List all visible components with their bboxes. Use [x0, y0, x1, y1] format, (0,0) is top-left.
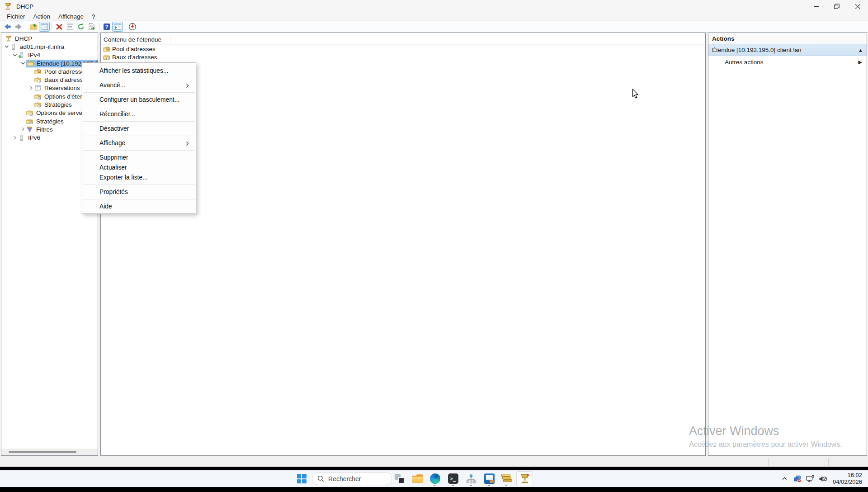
forward-button[interactable]: [13, 22, 24, 32]
menu-separator: [83, 107, 195, 107]
chevron-right-icon[interactable]: [20, 127, 26, 132]
toolbar-separator: [52, 23, 52, 30]
show-console-tree-button[interactable]: [39, 22, 50, 32]
export-list-button[interactable]: [86, 22, 97, 32]
menu-affichage[interactable]: Affichage: [54, 13, 88, 21]
help-button[interactable]: [101, 22, 112, 32]
menu-help[interactable]: ?: [88, 13, 99, 21]
file-explorer-icon: [412, 474, 423, 483]
clock-date: 04/02/2026: [833, 479, 862, 486]
ctx-show-statistics[interactable]: Afficher les statistiques...: [82, 66, 196, 76]
horizontal-scrollbar[interactable]: [1, 449, 98, 455]
ctx-view[interactable]: Affichage: [82, 138, 196, 148]
folder-icon: [27, 60, 33, 67]
actions-item-other-actions[interactable]: Autres actions ▶: [708, 56, 867, 68]
running-indicator: [505, 485, 507, 487]
desktop: DHCP Fichier Action Affichage ?: [0, 0, 868, 492]
chevron-down-icon[interactable]: [4, 44, 9, 50]
filter-icon: [26, 126, 33, 133]
clock-time: 16:02: [833, 472, 862, 479]
folder-lease-icon: [34, 76, 41, 83]
ad-tool-icon: [466, 474, 476, 484]
chevron-down-icon[interactable]: [12, 52, 18, 58]
ctx-properties[interactable]: Propriétés: [82, 187, 196, 197]
running-indicator: [434, 485, 435, 487]
chevron-right-icon[interactable]: [12, 135, 18, 141]
server-icon: [18, 134, 25, 141]
window-title: DHCP: [16, 3, 33, 10]
delete-button[interactable]: [54, 22, 65, 32]
chevron-down-icon[interactable]: [20, 61, 26, 66]
back-button[interactable]: [2, 22, 13, 32]
tree-item-ipv4[interactable]: IPv4: [1, 51, 98, 59]
scrollbar-thumb[interactable]: [9, 451, 76, 453]
ctx-configure-failover[interactable]: Configurer un basculement...: [82, 95, 196, 105]
properties-button[interactable]: [65, 22, 75, 32]
search-input[interactable]: [328, 475, 382, 483]
server-check-icon: [18, 52, 25, 58]
context-menu: Afficher les statistiques... Avancé... C…: [82, 62, 196, 214]
task-view-button[interactable]: [394, 470, 406, 487]
ctx-refresh[interactable]: Actualiser: [82, 163, 196, 173]
menu-separator: [83, 78, 195, 78]
windows-logo-icon: [297, 474, 307, 483]
tree-item-dhcp-root[interactable]: DHCP: [1, 34, 98, 43]
running-indicator: [488, 485, 490, 487]
menu-separator: [83, 199, 195, 199]
dhcp-mmc-window: DHCP Fichier Action Affichage ?: [0, 0, 868, 467]
ctx-help[interactable]: Aide: [82, 202, 196, 212]
actions-pane-title: Actions: [708, 33, 867, 44]
column-divider[interactable]: [170, 35, 170, 43]
toolbar-separator: [125, 23, 125, 30]
folder-pool-icon: [103, 46, 110, 52]
minimize-button[interactable]: [806, 0, 826, 13]
restore-button[interactable]: [826, 0, 847, 13]
menu-separator: [83, 136, 195, 136]
toolbar-separator: [26, 23, 26, 30]
ctx-deactivate[interactable]: Désactiver: [82, 124, 196, 134]
stack-icon: [501, 474, 512, 484]
toolbar: [0, 21, 868, 33]
ctx-delete[interactable]: Supprimer: [82, 153, 196, 163]
show-action-pane-button[interactable]: [112, 22, 123, 32]
dhcp-taskbar-button[interactable]: [516, 471, 533, 486]
menu-separator: [83, 150, 195, 151]
actions-group-header[interactable]: Étendue [10.192.195.0] client lan ▲: [708, 44, 867, 56]
tray-server-status-icon[interactable]: [791, 470, 804, 487]
menu-bar: Fichier Action Affichage ?: [0, 13, 868, 21]
list-item-address-pool[interactable]: Pool d'adresses: [101, 45, 705, 53]
dhcp-app-icon[interactable]: [4, 3, 12, 10]
hidden-icons-chevron[interactable]: [778, 470, 791, 487]
launch-action-button[interactable]: [127, 22, 138, 32]
chevron-right-icon[interactable]: [28, 85, 34, 91]
column-header[interactable]: Contenu de l'étendue: [101, 33, 705, 45]
tree-item-server[interactable]: ad01.mpr-if.infra: [1, 43, 98, 51]
taskbar-search[interactable]: [312, 472, 392, 485]
menu-fichier[interactable]: Fichier: [3, 13, 29, 21]
ctx-export-list[interactable]: Exporter la liste...: [82, 173, 196, 183]
ctx-reconcile[interactable]: Réconcilier...: [82, 109, 196, 119]
running-indicator: [452, 485, 454, 487]
refresh-button[interactable]: [75, 22, 86, 32]
volume-muted-icon[interactable]: [816, 470, 829, 487]
network-icon[interactable]: [804, 470, 816, 487]
list-item-address-leases[interactable]: Baux d'adresses: [101, 53, 705, 62]
collapse-arrow-icon[interactable]: ▲: [858, 47, 863, 53]
grid-icon: [34, 85, 41, 91]
taskbar: >_ 16:02: [0, 470, 868, 487]
file-explorer-button[interactable]: [411, 470, 424, 487]
submenu-chevron-icon: [184, 82, 190, 92]
start-button[interactable]: [293, 470, 310, 487]
folder-lease-icon: [103, 54, 110, 61]
folder-options-icon: [26, 109, 33, 116]
ctx-advanced[interactable]: Avancé...: [82, 80, 196, 90]
close-button[interactable]: [847, 0, 868, 13]
terminal-icon: >_: [448, 473, 458, 484]
actions-pane: Actions Étendue [10.192.195.0] client la…: [708, 33, 867, 456]
folder-pool-icon: [34, 68, 41, 75]
taskbar-clock[interactable]: 16:02 04/02/2026: [829, 472, 868, 485]
menu-separator: [83, 92, 195, 93]
up-one-level-button[interactable]: [28, 22, 39, 32]
menu-action[interactable]: Action: [29, 13, 55, 21]
title-bar: DHCP: [0, 0, 868, 13]
